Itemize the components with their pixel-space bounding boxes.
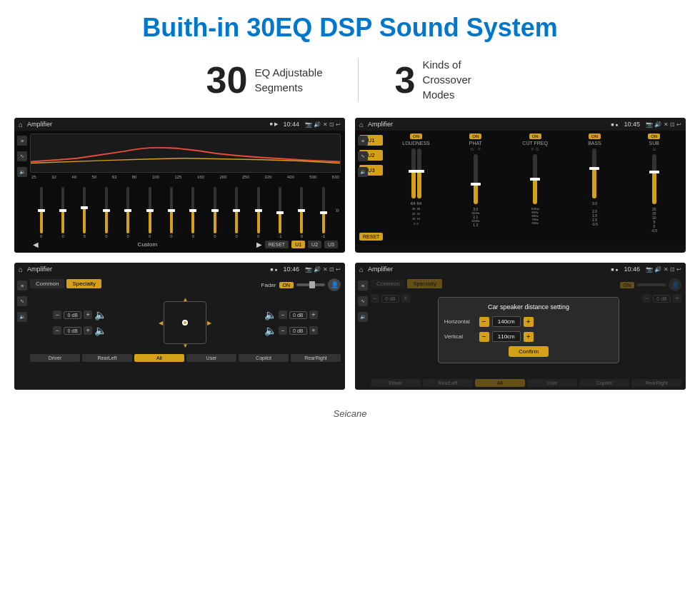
u2-btn[interactable]: U2	[308, 241, 321, 248]
bass-label: BASS	[588, 141, 601, 146]
home-icon-2[interactable]: ⌂	[359, 121, 364, 128]
sub-slider[interactable]	[652, 154, 656, 204]
arrow-down-icon: ▼	[183, 343, 189, 349]
eq-slider-11[interactable]: 0	[249, 187, 268, 238]
bg-tr: − 0 dB +	[642, 294, 681, 303]
rearleft-btn[interactable]: RearLeft	[82, 354, 132, 362]
prev-btn[interactable]: ◀	[33, 241, 39, 248]
speaker-layout: − 0 dB + 🔈 − 0 dB + 🔈	[30, 294, 341, 351]
wave-icon-4[interactable]: ∿	[358, 296, 368, 306]
tr-minus-btn[interactable]: −	[279, 310, 287, 319]
rearright-btn[interactable]: RearRight	[291, 354, 341, 362]
fader-on-badge[interactable]: ON	[279, 282, 294, 288]
brand-footer: Seicane	[0, 404, 700, 426]
bl-minus-btn[interactable]: −	[53, 326, 61, 335]
tl-plus-btn[interactable]: +	[84, 310, 92, 319]
screen1-status-bar: ⌂ Amplifier ■ ▶ 10:44 📷 🔊 ✕ ⊡ ↩	[14, 118, 345, 131]
sub-on[interactable]: ON	[648, 133, 660, 139]
tab-specialty-4[interactable]: Specialty	[407, 279, 441, 288]
wave-icon-2[interactable]: ∿	[358, 151, 368, 161]
screen2-status-bar: ⌂ Amplifier ■ ● 10:45 📷 🔊 ✕ ⊡ ↩	[355, 118, 686, 131]
screen2-time: 10:45	[624, 121, 641, 128]
band-loudness: ON LOUDNESS 64 64	[387, 133, 444, 242]
phat-slider[interactable]	[474, 154, 478, 204]
eq-slider-9[interactable]: 0	[205, 187, 224, 238]
eq-slider-6[interactable]: 0	[140, 187, 159, 238]
loudness-slider2[interactable]	[417, 148, 421, 198]
tab-specialty[interactable]: Specialty	[66, 279, 101, 288]
driver-btn[interactable]: Driver	[30, 354, 80, 362]
screen1-eq-main: 253240506380100125160200250320400500630 …	[14, 131, 345, 253]
filter-icon-2[interactable]: ≡	[358, 136, 368, 146]
tl-speaker-icon: 🔈	[94, 309, 106, 320]
eq-slider-8[interactable]: 0	[184, 187, 203, 238]
cutfreq-on[interactable]: ON	[529, 133, 541, 139]
tr-speaker-icon: 🔈	[264, 309, 276, 320]
home-icon[interactable]: ⌂	[19, 121, 23, 128]
rearright-btn-4: RearRight	[631, 379, 681, 387]
arrow-up-icon: ▲	[183, 296, 189, 303]
tab-common-4[interactable]: Common	[371, 279, 405, 288]
br-plus-btn[interactable]: +	[309, 326, 318, 335]
tab-common[interactable]: Common	[30, 279, 64, 288]
fader-on-badge-4[interactable]: ON	[620, 282, 635, 288]
user-profile-icon[interactable]: 👤	[328, 278, 341, 291]
volume-icon-3[interactable]: 🔉	[17, 312, 27, 322]
cutfreq-slider[interactable]	[533, 154, 537, 204]
volume-icon-2[interactable]: 🔉	[358, 167, 368, 177]
eq-slider-13[interactable]: 0	[292, 187, 311, 238]
eq-slider-7[interactable]: 0	[161, 187, 181, 238]
filter-icon[interactable]: ≡	[17, 136, 27, 146]
bg-tl: − 0 dB +	[371, 294, 410, 303]
vertical-plus-btn[interactable]: +	[524, 332, 534, 342]
u3-btn[interactable]: U3	[324, 241, 338, 248]
reset-button[interactable]: RESET	[359, 233, 383, 241]
copilot-btn[interactable]: Copilot	[239, 354, 289, 362]
volume-down-icon[interactable]: 🔉	[17, 167, 27, 177]
tl-minus-btn[interactable]: −	[53, 310, 61, 319]
eq-slider-2[interactable]: 0	[53, 187, 72, 238]
home-icon-4[interactable]: ⌂	[359, 266, 364, 273]
tr-plus-btn[interactable]: +	[309, 310, 318, 319]
br-minus-btn[interactable]: −	[279, 326, 287, 335]
wave-icon-3[interactable]: ∿	[17, 296, 27, 306]
loudness-on[interactable]: ON	[410, 133, 422, 139]
eq-slider-1[interactable]: 0	[31, 187, 51, 238]
screen4-status-bar: ⌂ Amplifier ■ ● 10:46 📷 🔊 ✕ ⊡ ↩	[355, 263, 686, 276]
bass-slider[interactable]	[592, 148, 596, 198]
eq-slider-10[interactable]: 0	[227, 187, 246, 238]
br-db-val: 0 dB	[289, 327, 307, 335]
next-btn[interactable]: ▶	[256, 241, 262, 248]
eq-slider-5[interactable]: 0	[119, 187, 138, 238]
fader-track[interactable]	[296, 283, 325, 286]
phat-on[interactable]: ON	[469, 133, 481, 139]
eq-scroll-right-icon[interactable]: »	[335, 206, 339, 214]
home-icon-3[interactable]: ⌂	[19, 266, 23, 273]
volume-icon-4[interactable]: 🔉	[358, 312, 368, 322]
bl-plus-btn[interactable]: +	[84, 326, 92, 335]
horizontal-minus-btn[interactable]: −	[479, 317, 489, 327]
eq-slider-3[interactable]: 5	[75, 187, 94, 238]
screen3-top-row: Common Specialty Fader ON 👤	[30, 278, 341, 291]
u1-btn[interactable]: U1	[291, 241, 305, 248]
screen3-tabs: Common Specialty	[30, 279, 101, 288]
loudness-slider1[interactable]	[411, 148, 416, 198]
filter-icon-4[interactable]: ≡	[358, 281, 368, 291]
right-channels: 🔈 − 0 dB + 🔈 − 0 dB +	[264, 309, 318, 336]
eq-labels: 253240506380100125160200250320400500630	[30, 175, 341, 179]
confirm-btn[interactable]: Confirm	[509, 346, 549, 357]
filter-icon-3[interactable]: ≡	[17, 281, 27, 291]
bass-on[interactable]: ON	[589, 133, 601, 139]
vertical-label: Vertical	[444, 333, 476, 340]
user-btn[interactable]: User	[186, 354, 236, 362]
wave-icon[interactable]: ∿	[17, 151, 27, 161]
reset-btn[interactable]: RESET	[265, 241, 289, 248]
horizontal-plus-btn[interactable]: +	[524, 317, 534, 327]
phat-label: PHAT	[469, 141, 482, 146]
eq-slider-4[interactable]: 0	[96, 187, 116, 238]
eq-slider-12[interactable]: -1	[270, 187, 289, 238]
user-profile-icon-4[interactable]: 👤	[669, 278, 681, 291]
all-btn[interactable]: All	[134, 354, 184, 362]
eq-slider-14[interactable]: -1	[314, 187, 333, 238]
vertical-minus-btn[interactable]: −	[479, 332, 489, 342]
